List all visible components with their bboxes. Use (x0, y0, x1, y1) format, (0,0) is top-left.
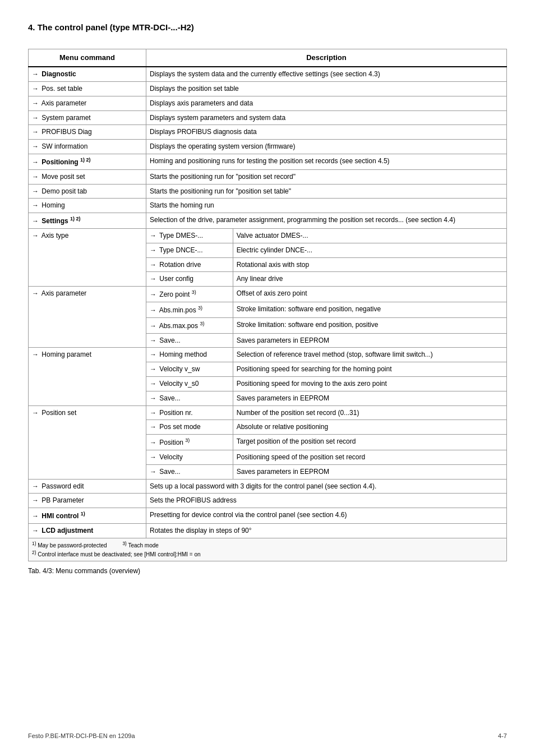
sub-menu-cell: → Type DNCE-... (146, 243, 233, 257)
page-title: 4. The control panel (type MTR-DCI-...-H… (28, 22, 507, 32)
arrow-icon: → (32, 127, 39, 137)
arrow-icon: → (150, 260, 156, 270)
sub-menu-cell: → Abs.max.pos 3) (146, 317, 233, 333)
arrow-icon: → (32, 511, 39, 521)
table-row: → Homing Starts the homing run (29, 199, 507, 213)
menu-cell: → Diagnostic (29, 67, 146, 81)
table-row: → LCD adjustment Rotates the display in … (29, 523, 507, 538)
sub-desc-cell: Positioning speed for moving to the axis… (233, 376, 506, 391)
sub-menu-cell: → Pos set mode (146, 420, 233, 435)
arrow-icon: → (150, 394, 156, 403)
desc-cell: Rotates the display in steps of 90° (146, 523, 507, 538)
table-row: → Move posit set Starts the positioning … (29, 169, 507, 184)
arrow-icon: → (32, 172, 39, 182)
arrow-icon: → (150, 306, 156, 315)
arrow-icon: → (32, 289, 39, 298)
table-row: → Settings 1) 2) Selection of the drive,… (29, 213, 507, 229)
sub-menu-cell: → Homing method (146, 348, 233, 362)
desc-cell: Displays PROFIBUS diagnosis data (146, 125, 507, 140)
arrow-icon: → (150, 231, 156, 241)
footnote-text: 1) May be password-protected 3) Teach mo… (32, 542, 201, 557)
menu-label: LCD adjustment (41, 527, 93, 534)
desc-cell: Sets the PROFIBUS address (146, 494, 507, 508)
sub-desc-cell: Target position of the position set reco… (233, 435, 506, 450)
arrow-icon: → (32, 70, 39, 79)
arrow-icon: → (32, 158, 39, 167)
desc-cell: Displays the operating system version (f… (146, 140, 507, 154)
arrow-icon: → (150, 467, 156, 477)
menu-cell: → Homing paramet (29, 348, 146, 405)
menu-cell: → Positioning 1) 2) (29, 154, 146, 169)
menu-cell: → Axis parameter (29, 287, 146, 348)
menu-label: Diagnostic (41, 70, 76, 78)
menu-commands-table: Menu command Description → Diagnostic Di… (28, 49, 507, 561)
sub-desc-cell: Electric cylinder DNCE-... (233, 243, 506, 257)
footnote-row: 1) May be password-protected 3) Teach mo… (29, 538, 507, 561)
arrow-icon: → (150, 274, 156, 284)
menu-cell: → Demo posit tab (29, 184, 146, 199)
sub-menu-cell: → Rotation drive (146, 257, 233, 272)
menu-cell: → Pos. set table (29, 81, 146, 96)
sub-desc-cell: Saves parameters in EEPROM (233, 464, 506, 479)
desc-cell: Displays axis parameters and data (146, 96, 507, 110)
menu-cell: → Position set (29, 405, 146, 479)
desc-cell: Sets up a local password with 3 digits f… (146, 479, 507, 494)
desc-cell: Presetting for device control via the co… (146, 508, 507, 524)
sub-menu-cell: → Zero point 3) (146, 287, 233, 302)
table-row: → HMI control 1) Presetting for device c… (29, 508, 507, 524)
footnote-cell: 1) May be password-protected 3) Teach mo… (29, 538, 507, 561)
table-row: → Homing paramet → Homing method Selecti… (29, 348, 507, 362)
desc-cell: Displays the system data and the current… (146, 67, 507, 81)
arrow-icon: → (150, 321, 156, 331)
sub-desc-cell: Stroke limitation: software end position… (233, 317, 506, 333)
page-footer: Festo P.BE-MTR-DCI-PB-EN en 1209a 4-7 (28, 732, 507, 739)
table-row: → PROFIBUS Diag Displays PROFIBUS diagno… (29, 125, 507, 140)
arrow-icon: → (32, 113, 39, 123)
arrow-icon: → (32, 350, 39, 359)
sub-desc-cell: Valve actuator DMES-... (233, 228, 506, 243)
sub-menu-cell: → Velocity v_s0 (146, 376, 233, 391)
footer-right: 4-7 (498, 732, 507, 739)
col-desc-header: Description (146, 49, 507, 67)
sub-desc-cell: Any linear drive (233, 272, 506, 287)
sub-desc-cell: Stroke limitation: software end position… (233, 302, 506, 317)
menu-cell: → Password edit (29, 479, 146, 494)
desc-cell: Starts the homing run (146, 199, 507, 213)
desc-cell: Displays system parameters and system da… (146, 110, 507, 125)
sub-desc-cell: Selection of reference travel method (st… (233, 348, 506, 362)
arrow-icon: → (150, 422, 156, 432)
sub-desc-cell: Saves parameters in EEPROM (233, 333, 506, 348)
arrow-icon: → (150, 365, 156, 374)
menu-label: Settings 1) 2) (41, 217, 80, 225)
arrow-icon: → (32, 187, 39, 196)
sub-desc-cell: Saves parameters in EEPROM (233, 391, 506, 405)
menu-cell: → Axis parameter (29, 96, 146, 110)
sub-menu-cell: → Position 3) (146, 435, 233, 450)
desc-cell: Homing and positioning runs for testing … (146, 154, 507, 169)
sub-desc-cell: Absolute or relative positioning (233, 420, 506, 435)
desc-cell: Starts the positioning run for "position… (146, 184, 507, 199)
sub-desc-cell: Positioning speed of the position set re… (233, 450, 506, 464)
sub-menu-cell: → Position nr. (146, 405, 233, 420)
table-row: → Password edit Sets up a local password… (29, 479, 507, 494)
table-row: → SW information Displays the operating … (29, 140, 507, 154)
menu-cell: → LCD adjustment (29, 523, 146, 538)
sub-menu-cell: → Velocity v_sw (146, 362, 233, 377)
menu-cell: → Move posit set (29, 169, 146, 184)
arrow-icon: → (150, 453, 156, 462)
arrow-icon: → (150, 336, 156, 345)
sub-menu-cell: → Velocity (146, 450, 233, 464)
arrow-icon: → (32, 526, 39, 536)
desc-cell: Displays the position set table (146, 81, 507, 96)
table-row: → Pos. set table Displays the position s… (29, 81, 507, 96)
arrow-icon: → (32, 201, 39, 210)
table-row: → Demo posit tab Starts the positioning … (29, 184, 507, 199)
table-row: → PB Parameter Sets the PROFIBUS address (29, 494, 507, 508)
sub-desc-cell: Rotational axis with stop (233, 257, 506, 272)
table-header-row: Menu command Description (29, 49, 507, 67)
menu-label: Positioning 1) 2) (41, 158, 90, 166)
col-menu-header: Menu command (29, 49, 146, 67)
arrow-icon: → (32, 482, 39, 491)
arrow-icon: → (150, 379, 156, 389)
sub-menu-cell: → User config (146, 272, 233, 287)
